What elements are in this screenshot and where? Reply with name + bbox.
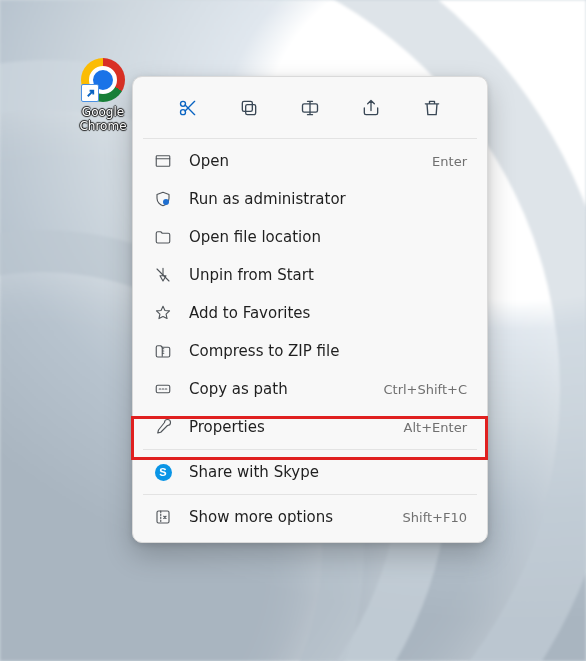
menu-item-accel: Alt+Enter	[404, 420, 467, 435]
svg-rect-3	[242, 101, 252, 111]
menu-item-label: Share with Skype	[189, 463, 319, 481]
rename-button[interactable]	[294, 93, 326, 125]
menu-item-label: Open	[189, 152, 229, 170]
menu-item-label: Copy as path	[189, 380, 288, 398]
menu-compress-zip[interactable]: Compress to ZIP file	[139, 332, 481, 370]
svg-point-6	[163, 199, 169, 205]
menu-copy-as-path[interactable]: Copy as path Ctrl+Shift+C	[139, 370, 481, 408]
path-icon	[153, 379, 173, 399]
menu-item-label: Compress to ZIP file	[189, 342, 339, 360]
separator	[143, 449, 477, 450]
menu-item-label: Open file location	[189, 228, 321, 246]
menu-run-admin[interactable]: Run as administrator	[139, 180, 481, 218]
zip-icon	[153, 341, 173, 361]
separator	[143, 138, 477, 139]
menu-unpin-start[interactable]: Unpin from Start	[139, 256, 481, 294]
menu-item-label: Unpin from Start	[189, 266, 314, 284]
svg-rect-5	[156, 156, 170, 167]
menu-properties[interactable]: Properties Alt+Enter	[139, 408, 481, 446]
cut-button[interactable]	[172, 93, 204, 125]
more-options-icon	[153, 507, 173, 527]
delete-button[interactable]	[416, 93, 448, 125]
menu-item-label: Show more options	[189, 508, 333, 526]
svg-rect-8	[157, 511, 169, 523]
menu-open[interactable]: Open Enter	[139, 142, 481, 180]
context-menu: Open Enter Run as administrator Open fil…	[132, 76, 488, 543]
unpin-icon	[153, 265, 173, 285]
menu-item-accel: Enter	[432, 154, 467, 169]
menu-show-more[interactable]: Show more options Shift+F10	[139, 498, 481, 536]
menu-item-label: Add to Favorites	[189, 304, 310, 322]
svg-rect-2	[245, 104, 255, 114]
star-icon	[153, 303, 173, 323]
wrench-icon	[153, 417, 173, 437]
chrome-icon	[81, 58, 125, 102]
shield-icon	[153, 189, 173, 209]
copy-icon	[239, 98, 259, 121]
separator	[143, 494, 477, 495]
desktop-icon-chrome[interactable]: Google Chrome	[78, 58, 128, 133]
shortcut-arrow-icon	[81, 84, 99, 102]
rename-icon	[300, 98, 320, 121]
folder-icon	[153, 227, 173, 247]
quick-actions-row	[139, 83, 481, 135]
menu-item-label: Run as administrator	[189, 190, 346, 208]
menu-item-accel: Shift+F10	[403, 510, 467, 525]
menu-add-favorites[interactable]: Add to Favorites	[139, 294, 481, 332]
open-icon	[153, 151, 173, 171]
menu-item-accel: Ctrl+Shift+C	[383, 382, 467, 397]
desktop-icon-label: Google Chrome	[78, 105, 128, 133]
scissors-icon	[178, 98, 198, 121]
menu-open-location[interactable]: Open file location	[139, 218, 481, 256]
skype-icon: S	[153, 462, 173, 482]
share-icon	[361, 98, 381, 121]
trash-icon	[422, 98, 442, 121]
copy-button[interactable]	[233, 93, 265, 125]
menu-share-skype[interactable]: S Share with Skype	[139, 453, 481, 491]
share-button[interactable]	[355, 93, 387, 125]
menu-item-label: Properties	[189, 418, 265, 436]
